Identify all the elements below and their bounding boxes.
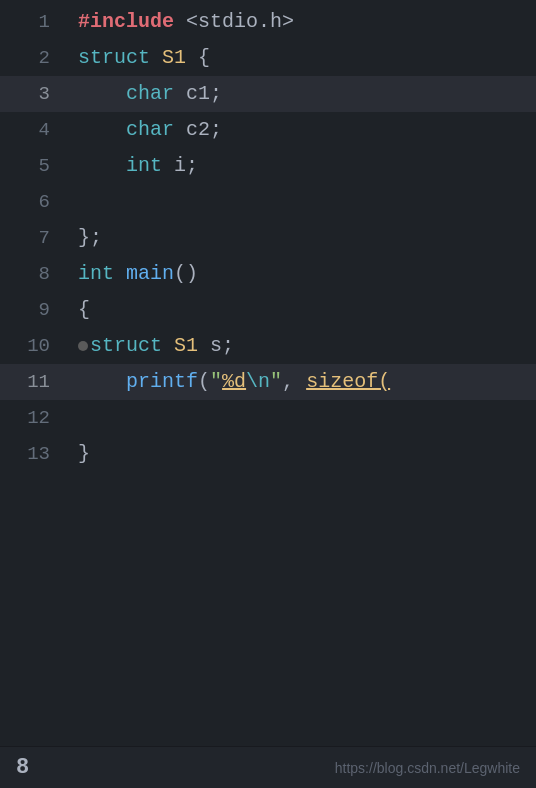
- line-content-5: int i;: [68, 148, 198, 184]
- line-content-12: [68, 400, 78, 436]
- code-line-2: 2struct S1 {: [0, 40, 536, 76]
- line-content-11: printf("%d\n", sizeof(: [68, 364, 390, 400]
- line-number-7: 7: [0, 220, 68, 256]
- line-number-10: 10: [0, 328, 68, 364]
- line-number-11: 11: [0, 364, 68, 400]
- code-line-11: 11 printf("%d\n", sizeof(: [0, 364, 536, 400]
- token: \n: [246, 364, 270, 400]
- token: struct: [90, 328, 162, 364]
- token: char: [126, 112, 174, 148]
- code-line-4: 4 char c2;: [0, 112, 536, 148]
- code-line-6: 6: [0, 184, 536, 220]
- code-line-10: 10struct S1 s;: [0, 328, 536, 364]
- token: c1;: [186, 76, 222, 112]
- line-number-5: 5: [0, 148, 68, 184]
- code-line-9: 9{: [0, 292, 536, 328]
- line-number-12: 12: [0, 400, 68, 436]
- code-editor: 1#include <stdio.h>2struct S1 {3 char c1…: [0, 0, 536, 746]
- line-content-3: char c1;: [68, 76, 222, 112]
- token: int: [78, 256, 114, 292]
- token: sizeof(: [306, 364, 390, 400]
- token: [162, 328, 174, 364]
- token: S1: [174, 328, 198, 364]
- token: [78, 76, 126, 112]
- code-line-5: 5 int i;: [0, 148, 536, 184]
- line-content-2: struct S1 {: [68, 40, 210, 76]
- line-number-13: 13: [0, 436, 68, 472]
- token: }: [78, 436, 90, 472]
- token: [174, 112, 186, 148]
- token: <stdio.h>: [186, 4, 294, 40]
- token: i;: [174, 148, 198, 184]
- code-line-7: 7};: [0, 220, 536, 256]
- code-line-1: 1#include <stdio.h>: [0, 4, 536, 40]
- line-content-9: {: [68, 292, 90, 328]
- line-content-6: [68, 184, 78, 220]
- token: char: [126, 76, 174, 112]
- token: int: [126, 148, 162, 184]
- token: [114, 256, 126, 292]
- token: };: [78, 220, 102, 256]
- line-content-7: };: [68, 220, 102, 256]
- token: [162, 148, 174, 184]
- token: [78, 148, 126, 184]
- line-content-13: }: [68, 436, 90, 472]
- line-number-2: 2: [0, 40, 68, 76]
- line-content-4: char c2;: [68, 112, 222, 148]
- token: ,: [282, 364, 306, 400]
- token: ": [210, 364, 222, 400]
- token: (): [174, 256, 198, 292]
- token: S1: [162, 40, 186, 76]
- status-bar: 8 https://blog.csdn.net/Legwhite: [0, 746, 536, 788]
- line-number-4: 4: [0, 112, 68, 148]
- line-content-8: int main(): [68, 256, 198, 292]
- token: [78, 364, 126, 400]
- code-line-12: 12: [0, 400, 536, 436]
- code-line-3: 3 char c1;: [0, 76, 536, 112]
- token: [198, 328, 210, 364]
- token: [174, 4, 186, 40]
- code-line-8: 8int main(): [0, 256, 536, 292]
- token: [78, 112, 126, 148]
- token: printf: [126, 364, 198, 400]
- line-number-1: 1: [0, 4, 68, 40]
- line-content-10: struct S1 s;: [68, 328, 234, 364]
- token: struct: [78, 40, 150, 76]
- code-line-13: 13}: [0, 436, 536, 472]
- token: {: [186, 40, 210, 76]
- line-content-1: #include <stdio.h>: [68, 4, 294, 40]
- breakpoint-dot: [78, 341, 88, 351]
- token: main: [126, 256, 174, 292]
- token: (: [198, 364, 210, 400]
- token: #include: [78, 4, 174, 40]
- line-number-9: 9: [0, 292, 68, 328]
- token: [174, 76, 186, 112]
- line-number-6: 6: [0, 184, 68, 220]
- status-number: 8: [16, 755, 29, 780]
- token: s;: [210, 328, 234, 364]
- token: {: [78, 292, 90, 328]
- token: ": [270, 364, 282, 400]
- status-url: https://blog.csdn.net/Legwhite: [335, 760, 520, 776]
- token: [150, 40, 162, 76]
- line-number-3: 3: [0, 76, 68, 112]
- line-number-8: 8: [0, 256, 68, 292]
- token: %d: [222, 364, 246, 400]
- token: c2;: [186, 112, 222, 148]
